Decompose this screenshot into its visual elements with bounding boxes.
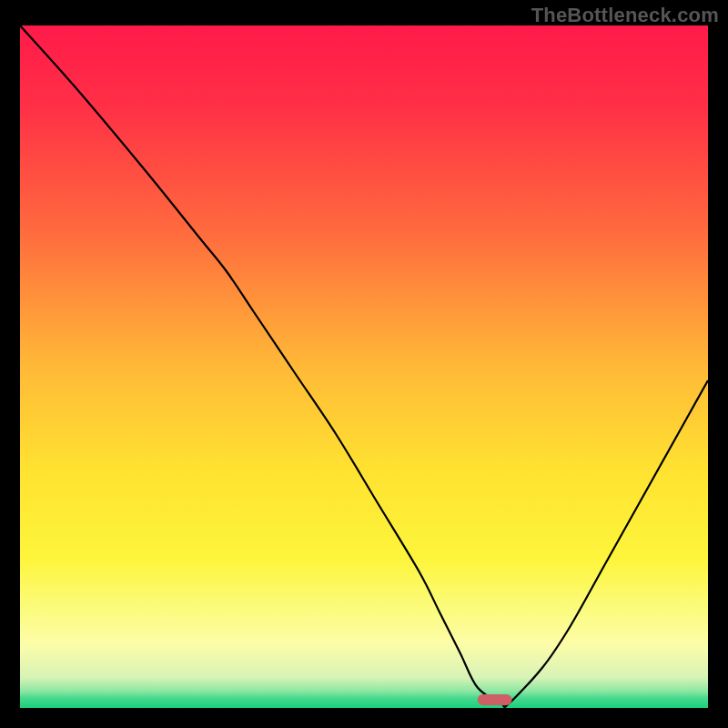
gradient-background [20, 25, 708, 708]
chart-svg [20, 25, 708, 708]
plot-area [20, 25, 708, 708]
optimal-range-marker [478, 694, 512, 705]
chart-container: TheBottleneck.com [0, 0, 728, 728]
watermark-text: TheBottleneck.com [531, 4, 719, 27]
